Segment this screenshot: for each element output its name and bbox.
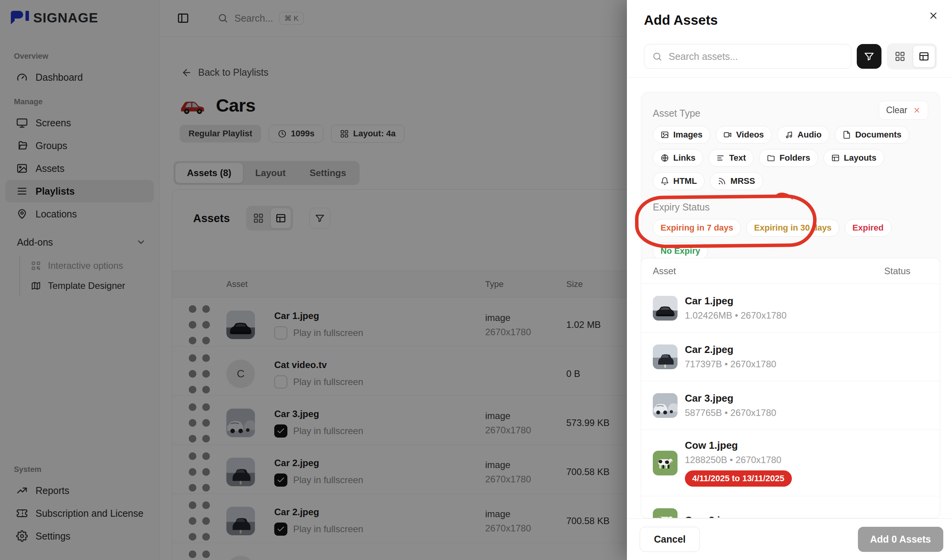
expiry-status-label: Expiry Status [653,202,928,213]
chip-label: Layouts [844,153,876,163]
globe-icon [661,154,669,162]
image-icon [661,131,669,139]
modal-list-header: Asset Status [641,258,940,284]
expiry-chip-expired[interactable]: Expired [845,219,892,237]
video-icon [723,131,732,139]
asset-type-chip-documents[interactable]: Documents [835,126,909,144]
asset-type-chip-layouts[interactable]: Layouts [824,149,884,167]
modal-list-item[interactable]: Cow 2.jpeg [641,496,940,518]
asset-type-chip-mrss[interactable]: MRSS [710,172,763,190]
folder-icon [767,154,775,162]
add-assets-button[interactable]: Add 0 Assets [858,527,943,552]
modal-list-item[interactable]: Car 3.jpeg587765B • 2670x1780 [641,381,940,430]
clear-x-icon [913,106,921,114]
expiry-chip-no-expiry[interactable]: No Expiry [653,242,708,260]
modal-column-status: Status [884,266,910,277]
close-button[interactable] [926,8,941,23]
chip-label: Videos [736,130,764,140]
modal-title: Add Assets [644,12,718,28]
asset-meta: 1.02426MB • 2670x1780 [685,310,786,321]
clear-label: Clear [886,105,907,115]
asset-meta: 1288250B • 2670x1780 [685,455,792,465]
asset-type-chip-text[interactable]: Text [708,149,754,167]
funnel-icon [864,51,875,62]
asset-type-chip-videos[interactable]: Videos [716,126,772,144]
layout-icon [831,154,840,162]
chip-label: Images [673,130,703,140]
cancel-button[interactable]: Cancel [640,527,700,552]
asset-type-label: Asset Type [653,108,700,119]
expiry-date-badge: 4/11/2025 to 13/11/2025 [685,470,792,487]
align-icon [716,154,725,162]
chip-label: Links [673,153,695,163]
modal-list-item[interactable]: Cow 1.jpeg1288250B • 2670x17804/11/2025 … [641,430,940,496]
add-assets-panel: Add Assets Search assets... Asset Type C… [627,0,951,560]
modal-list-item[interactable]: Car 1.jpeg1.02426MB • 2670x1780 [641,284,940,333]
chip-label: Expiring in 30 days [754,223,832,233]
modal-view-toggle [887,43,937,70]
asset-thumbnail [653,451,678,475]
chip-label: Expired [853,223,884,233]
asset-thumbnail [653,393,678,418]
expiry-chip-expiring-in-30-days[interactable]: Expiring in 30 days [746,219,839,237]
chip-label: Folders [779,153,810,163]
chip-label: Documents [855,130,902,140]
modal-list-item[interactable]: Car 2.jpeg717397B • 2670x1780 [641,333,940,381]
expiry-chip-expiring-in-7-days[interactable]: Expiring in 7 days [653,219,741,237]
asset-type-chip-images[interactable]: Images [653,126,710,144]
close-icon [928,10,939,21]
asset-thumbnail [653,508,678,519]
file-icon [842,131,851,139]
asset-type-chip-html[interactable]: HTML [653,172,705,190]
rss-icon [718,177,726,185]
music-icon [785,131,793,139]
asset-type-chip-links[interactable]: Links [653,149,703,167]
grid-view-icon [895,51,905,62]
asset-meta: 587765B • 2670x1780 [685,407,776,418]
asset-thumbnail [653,344,678,369]
asset-name: Car 3.jpeg [685,392,776,404]
asset-name: Car 2.jpeg [685,344,776,356]
search-icon [652,51,662,62]
modal-grid-view-button[interactable] [889,45,911,68]
divider [627,77,951,78]
chip-label: Expiring in 7 days [661,223,733,233]
asset-type-chips: ImagesVideosAudioDocumentsLinksTextFolde… [653,126,928,190]
asset-name: Cow 1.jpeg [685,440,792,451]
modal-asset-list: Asset Status Car 1.jpeg1.02426MB • 2670x… [641,258,940,518]
chip-label: No Expiry [661,246,700,256]
chip-label: Text [729,153,746,163]
chip-label: MRSS [730,176,755,186]
asset-name: Cow 2.jpeg [685,514,738,518]
asset-type-chip-folders[interactable]: Folders [759,149,818,167]
chip-label: HTML [673,176,697,186]
table-view-icon [919,51,929,62]
asset-search-placeholder: Search assets... [669,51,738,62]
asset-name: Car 1.jpeg [685,295,786,307]
modal-table-view-button[interactable] [913,45,935,68]
asset-thumbnail [653,296,678,321]
modal-column-asset: Asset [653,266,676,277]
chip-label: Audio [798,130,822,140]
modal-footer: Cancel Add 0 Assets [627,518,951,560]
clear-filters-button[interactable]: Clear [879,101,928,120]
asset-type-chip-audio[interactable]: Audio [777,126,829,144]
asset-meta: 717397B • 2670x1780 [685,359,776,370]
modal-filter-button[interactable] [857,44,881,69]
asset-search-input[interactable]: Search assets... [644,44,851,69]
bell-icon [661,177,669,185]
expiry-status-chips: Expiring in 7 daysExpiring in 30 daysExp… [653,219,928,260]
